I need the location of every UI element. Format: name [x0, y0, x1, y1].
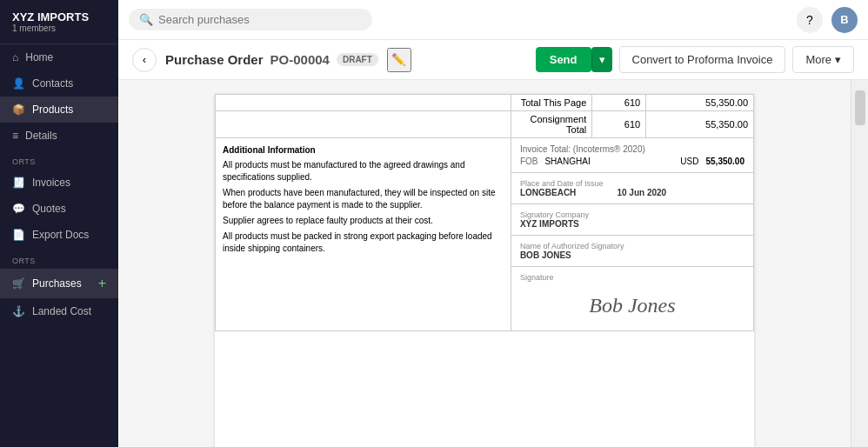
more-chevron-icon: ▾ [835, 53, 841, 66]
sidebar-item-invoices-label: Invoices [32, 177, 70, 189]
home-icon: ⌂ [12, 51, 18, 63]
section2-label: ORTS [0, 248, 118, 269]
draft-badge: DRAFT [337, 53, 378, 66]
sidebar-item-quotes-label: Quotes [32, 203, 66, 215]
sidebar-item-landed-cost-label: Landed Cost [32, 305, 91, 317]
po-title: Purchase Order PO-00004 DRAFT [165, 52, 378, 67]
signatory-name-value: BOB JONES [520, 250, 744, 260]
place-city: LONGBEACH [520, 188, 604, 197]
date-label-spacer [617, 179, 666, 188]
consignment-label-empty [216, 111, 511, 138]
additional-line-1: All products must be manufactured to the… [223, 159, 504, 183]
sidebar-item-products-label: Products [32, 103, 73, 116]
send-button[interactable]: Send [536, 47, 591, 72]
sidebar-item-details[interactable]: ≡ Details [0, 123, 118, 149]
sidebar: XYZ IMPORTS 1 members ⌂ Home 👤 Contacts … [0, 0, 118, 447]
sidebar-item-home[interactable]: ⌂ Home [0, 44, 118, 70]
sidebar-item-export-docs-label: Export Docs [32, 229, 89, 241]
sidebar-item-purchases-label: Purchases [32, 277, 82, 290]
total-this-page-qty: 610 [592, 95, 646, 111]
order-label: Purchase Order [165, 52, 264, 67]
place-date-section: Place and Date of Issue LONGBEACH 10 Jun… [511, 173, 753, 204]
sidebar-item-quotes[interactable]: 💬 Quotes [0, 196, 118, 222]
brand-members: 1 members [12, 23, 106, 33]
additional-line-2: When products have been manufactured, th… [223, 187, 504, 211]
sidebar-item-contacts[interactable]: 👤 Contacts [0, 70, 118, 97]
scroll-indicator [855, 90, 865, 125]
signatory-company-value: XYZ IMPORTS [520, 219, 744, 229]
brand: XYZ IMPORTS 1 members [0, 0, 118, 44]
chevron-down-icon: ▾ [599, 53, 605, 66]
additional-info-title: Additional Information [223, 145, 504, 155]
invoice-fob: FOB [520, 157, 538, 166]
invoice-currency: USD [680, 157, 698, 166]
contacts-icon: 👤 [12, 77, 25, 90]
total-this-page-label-text: Total This Page [511, 95, 592, 111]
avatar[interactable]: B [831, 7, 858, 33]
action-bar: ‹ Purchase Order PO-00004 DRAFT ✏️ Send … [118, 40, 868, 80]
table-row: Total This Page 610 55,350.00 [216, 95, 754, 111]
order-number: PO-00004 [270, 52, 330, 67]
place-date-label: Place and Date of Issue [520, 179, 604, 188]
sidebar-item-home-label: Home [25, 51, 53, 63]
sidebar-item-contacts-label: Contacts [32, 77, 73, 90]
help-button[interactable]: ? [797, 7, 823, 33]
convert-button[interactable]: Convert to Proforma Invoice [619, 46, 786, 73]
main-panel: 🔍 ? B ‹ Purchase Order PO-00004 DRAFT ✏️… [118, 0, 868, 447]
top-nav: 🔍 ? B [118, 0, 868, 40]
signatory-company-section: Signatory Company XYZ IMPORTS [511, 204, 753, 236]
back-button[interactable]: ‹ [132, 48, 157, 72]
sidebar-item-purchases[interactable]: 🛒 Purchases + [0, 269, 118, 298]
consignment-total-label: Consignment Total [511, 111, 592, 138]
edit-icon: ✏️ [391, 53, 406, 66]
brand-name: XYZ IMPORTS [12, 10, 106, 23]
purchases-add-icon[interactable]: + [98, 276, 106, 291]
export-docs-icon: 📄 [12, 229, 25, 241]
signature-section: Signature Bob Jones [511, 267, 753, 330]
details-icon: ≡ [12, 130, 18, 142]
invoices-icon: 🧾 [12, 177, 25, 189]
additional-line-4: All products must be packed in strong ex… [223, 230, 504, 255]
more-label: More [805, 53, 831, 66]
total-this-page-label [216, 95, 511, 111]
invoice-total-label: Invoice Total: (Incoterms® 2020) [520, 144, 744, 154]
signatory-name-section: Name of Authorized Signatory BOB JONES [511, 236, 753, 267]
place-info: Place and Date of Issue LONGBEACH [520, 179, 604, 197]
products-icon: 📦 [12, 103, 25, 116]
additional-section: Additional Information All products must… [215, 138, 754, 331]
signature-label: Signature [520, 273, 744, 282]
more-button[interactable]: More ▾ [792, 46, 854, 73]
send-dropdown-button[interactable]: ▾ [591, 47, 612, 72]
totals-table: Total This Page 610 55,350.00 Consignmen… [215, 94, 754, 138]
content-area: Total This Page 610 55,350.00 Consignmen… [118, 80, 868, 447]
place-date-value: 10 Jun 2020 [617, 188, 666, 197]
actionbar-right: Send ▾ Convert to Proforma Invoice More … [536, 46, 854, 73]
additional-info-box: Additional Information All products must… [216, 138, 511, 330]
search-input[interactable] [158, 13, 362, 26]
invoice-total-row: FOB SHANGHAI USD 55,350.00 [520, 157, 744, 166]
consignment-total-amount: 55,350.00 [646, 111, 754, 138]
additional-line-3: Supplier agrees to replace faulty produc… [223, 215, 504, 227]
topnav-right: ? B [797, 7, 858, 33]
sidebar-item-export-docs[interactable]: 📄 Export Docs [0, 222, 118, 248]
total-this-page-amount: 55,350.00 [646, 95, 754, 111]
search-box[interactable]: 🔍 [129, 9, 372, 30]
signature-image: Bob Jones [520, 287, 744, 324]
signatory-name-label: Name of Authorized Signatory [520, 242, 744, 250]
search-icon: 🔍 [139, 13, 153, 26]
back-icon: ‹ [143, 53, 146, 66]
section1-label: ORTS [0, 149, 118, 170]
table-row: Consignment Total 610 55,350.00 [216, 111, 754, 138]
sidebar-item-products[interactable]: 📦 Products [0, 97, 118, 123]
landed-cost-icon: ⚓ [12, 305, 25, 317]
document-viewer: Total This Page 610 55,350.00 Consignmen… [118, 80, 851, 447]
sidebar-item-invoices[interactable]: 🧾 Invoices [0, 170, 118, 196]
date-info: 10 Jun 2020 [617, 179, 666, 197]
sidebar-item-landed-cost[interactable]: ⚓ Landed Cost [0, 298, 118, 324]
invoice-meta-right: Invoice Total: (Incoterms® 2020) FOB SHA… [511, 138, 753, 330]
invoice-city: SHANGHAI [544, 157, 590, 166]
edit-button[interactable]: ✏️ [387, 48, 411, 72]
invoice-total-section: Invoice Total: (Incoterms® 2020) FOB SHA… [511, 138, 753, 173]
invoice-amount: 55,350.00 [705, 157, 744, 166]
sidebar-item-details-label: Details [25, 130, 57, 142]
